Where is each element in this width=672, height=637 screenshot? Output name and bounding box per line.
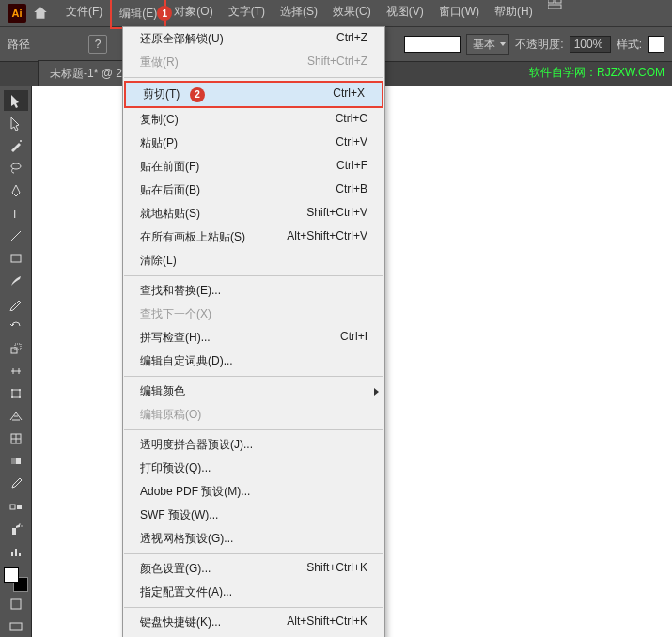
- style-swatch[interactable]: [648, 36, 664, 53]
- title-bar: Ai 文件(F) 编辑(E) 1 对象(O) 文字(T) 选择(S) 效果(C)…: [0, 0, 672, 26]
- edit-menu-item[interactable]: 编辑颜色: [123, 380, 384, 403]
- svg-point-12: [19, 389, 21, 391]
- menu-item-label: 编辑自定词典(D)...: [140, 353, 233, 369]
- svg-rect-20: [12, 528, 16, 535]
- menu-item-shortcut: Shift+Ctrl+K: [306, 561, 367, 577]
- svg-point-3: [20, 140, 22, 142]
- line-tool[interactable]: [4, 225, 28, 246]
- svg-rect-1: [555, 0, 561, 3]
- edit-menu-item[interactable]: 贴在后面(B)Ctrl+B: [123, 179, 384, 202]
- menu-item-label: 打印预设(Q)...: [140, 460, 211, 476]
- menu-type[interactable]: 文字(T): [221, 0, 273, 29]
- edit-menu-item[interactable]: 在所有画板上粘贴(S)Alt+Shift+Ctrl+V: [123, 225, 384, 249]
- magic-wand-tool[interactable]: [4, 135, 28, 156]
- gradient-tool[interactable]: [4, 451, 28, 472]
- pen-tool[interactable]: [4, 180, 28, 201]
- draw-mode[interactable]: [4, 594, 28, 614]
- svg-rect-7: [11, 255, 21, 262]
- arrange-docs-icon[interactable]: [548, 0, 563, 9]
- menu-item-label: 粘贴(P): [140, 135, 178, 151]
- edit-menu-item[interactable]: 复制(C)Ctrl+C: [123, 108, 384, 132]
- edit-menu-item[interactable]: 指定配置文件(A)...: [123, 581, 384, 604]
- rectangle-tool[interactable]: [4, 248, 28, 269]
- menu-item-label: 重做(R): [140, 54, 179, 70]
- lasso-tool[interactable]: [4, 158, 28, 179]
- menu-separator: [124, 553, 383, 554]
- svg-point-22: [21, 525, 22, 526]
- menu-item-shortcut: Alt+Shift+Ctrl+V: [287, 229, 367, 245]
- edit-menu-item[interactable]: 键盘快捷键(K)...Alt+Shift+Ctrl+K: [123, 611, 384, 634]
- menu-item-label: 指定配置文件(A)...: [140, 584, 232, 600]
- menu-item-label: 剪切(T): [143, 86, 180, 102]
- svg-rect-17: [11, 458, 16, 464]
- menu-item-label: 贴在前面(F): [140, 159, 199, 175]
- edit-menu-item[interactable]: 编辑自定词典(D)...: [123, 350, 384, 373]
- menu-view[interactable]: 视图(V): [379, 0, 431, 29]
- column-graph-tool[interactable]: [4, 541, 28, 562]
- help-icon[interactable]: ?: [88, 35, 107, 54]
- width-tool[interactable]: [4, 361, 28, 381]
- svg-rect-0: [548, 0, 554, 3]
- menu-object[interactable]: 对象(O): [166, 0, 220, 29]
- svg-point-11: [11, 389, 13, 391]
- menu-select[interactable]: 选择(S): [273, 0, 325, 29]
- svg-rect-27: [10, 623, 22, 630]
- menu-help[interactable]: 帮助(H): [487, 0, 540, 29]
- edit-menu-item[interactable]: 查找和替换(E)...: [123, 279, 384, 303]
- color-swatches[interactable]: [4, 567, 28, 592]
- menu-file[interactable]: 文件(F): [58, 0, 110, 29]
- svg-rect-9: [15, 344, 21, 350]
- menu-item-label: SWF 预设(W)...: [140, 507, 218, 523]
- brush-dropdown[interactable]: 基本: [466, 34, 509, 55]
- menu-item-shortcut: Ctrl+V: [336, 135, 367, 151]
- edit-menu-item[interactable]: 贴在前面(F)Ctrl+F: [123, 155, 384, 179]
- edit-menu-item: 查找下一个(X): [123, 303, 384, 326]
- edit-menu-item[interactable]: 透视网格预设(G)...: [123, 527, 384, 551]
- menu-effect[interactable]: 效果(C): [325, 0, 379, 29]
- direct-selection-tool[interactable]: [4, 113, 28, 133]
- menu-item-shortcut: Ctrl+I: [340, 330, 367, 346]
- edit-menu-item[interactable]: 颜色设置(G)...Shift+Ctrl+K: [123, 557, 384, 581]
- opacity-input[interactable]: 100%: [570, 36, 611, 53]
- menu-item-label: 键盘快捷键(K)...: [140, 614, 221, 630]
- edit-menu-item[interactable]: 剪切(T)Ctrl+X: [126, 83, 382, 106]
- edit-menu-item[interactable]: 透明度拼合器预设(J)...: [123, 433, 384, 457]
- path-label: 路径: [8, 37, 30, 53]
- edit-menu-item[interactable]: 清除(L): [123, 249, 384, 272]
- menu-item-label: 清除(L): [140, 253, 177, 269]
- svg-point-13: [11, 396, 13, 398]
- stroke-preview[interactable]: [404, 36, 461, 53]
- scale-tool[interactable]: [4, 338, 28, 359]
- menu-item-label: 查找下一个(X): [140, 306, 211, 322]
- edit-menu-item[interactable]: 粘贴(P)Ctrl+V: [123, 132, 384, 155]
- svg-text:T: T: [11, 208, 19, 221]
- home-icon[interactable]: [32, 5, 49, 22]
- eyedropper-tool[interactable]: [4, 474, 28, 494]
- edit-menu-item[interactable]: Adobe PDF 预设(M)...: [123, 480, 384, 504]
- symbol-sprayer-tool[interactable]: [4, 519, 28, 539]
- type-tool[interactable]: T: [4, 203, 28, 224]
- svg-rect-19: [17, 505, 22, 509]
- edit-menu-item[interactable]: 打印预设(Q)...: [123, 457, 384, 480]
- edit-menu-item[interactable]: 拼写检查(H)...Ctrl+I: [123, 326, 384, 350]
- edit-menu-item[interactable]: 还原全部解锁(U)Ctrl+Z: [123, 27, 384, 51]
- svg-rect-23: [11, 552, 13, 556]
- blend-tool[interactable]: [4, 496, 28, 517]
- pencil-tool[interactable]: [4, 293, 28, 314]
- edit-menu-item[interactable]: 就地粘贴(S)Shift+Ctrl+V: [123, 202, 384, 225]
- fill-swatch[interactable]: [4, 567, 19, 583]
- menu-edit[interactable]: 编辑(E) 1: [110, 0, 166, 29]
- screen-mode[interactable]: [4, 616, 28, 637]
- tool-panel: T: [0, 86, 32, 637]
- paintbrush-tool[interactable]: [4, 271, 28, 291]
- menu-item-label: 就地粘贴(S): [140, 206, 200, 222]
- rotate-tool[interactable]: [4, 316, 28, 336]
- edit-menu-item[interactable]: SWF 预设(W)...: [123, 504, 384, 527]
- free-transform-tool[interactable]: [4, 383, 28, 404]
- menu-separator: [124, 376, 383, 377]
- selection-tool[interactable]: [4, 90, 28, 111]
- perspective-grid-tool[interactable]: [4, 406, 28, 427]
- mesh-tool[interactable]: [4, 428, 28, 449]
- menu-window[interactable]: 窗口(W): [431, 0, 487, 29]
- svg-line-6: [11, 231, 21, 241]
